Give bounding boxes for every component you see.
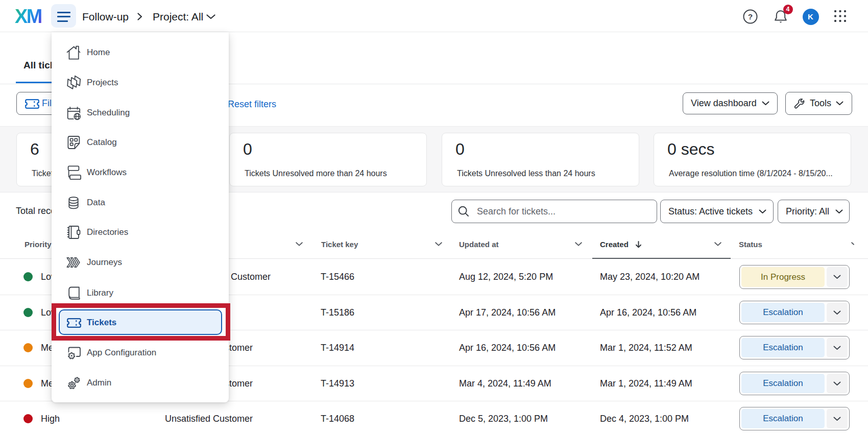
svg-text:?: ?: [748, 12, 753, 21]
